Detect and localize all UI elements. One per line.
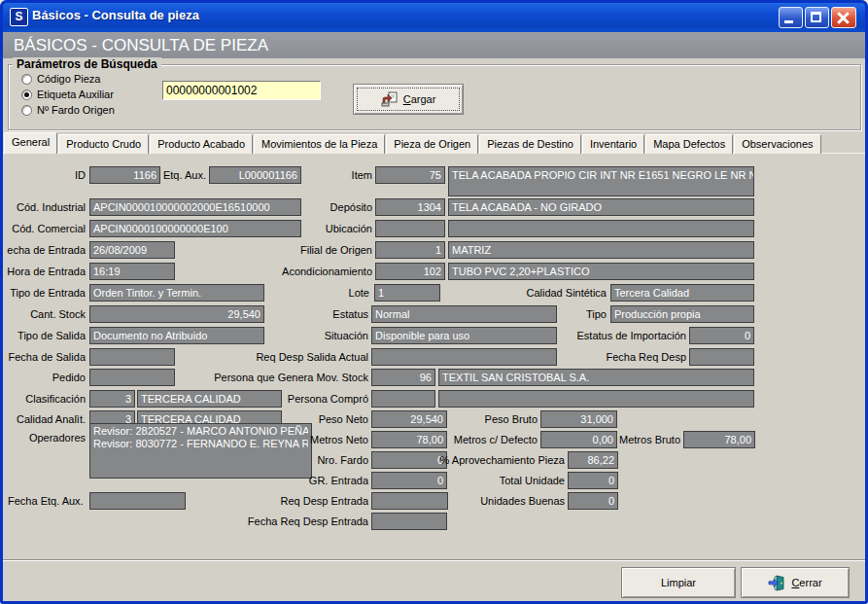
field-label-persona-compro: Persona Compró [243, 391, 368, 407]
field-pedido [89, 369, 175, 386]
minimize-icon [784, 20, 793, 23]
tab-producto-acabado[interactable]: Producto Acabado [150, 134, 253, 154]
field-tipo-salida: Documento no Atribuido [89, 327, 264, 344]
field-label-ubicacion: Ubicación [233, 221, 372, 236]
field-filial-origen-desc: MATRIZ [448, 241, 754, 259]
maximize-icon [811, 12, 821, 22]
field-label-cod-comercial: Cód. Comercial [0, 221, 86, 236]
search-input[interactable]: 00000000001002 [162, 81, 321, 100]
field-label-cant-stock: Cant. Stock [0, 306, 86, 322]
tab-movimientos-pieza[interactable]: Movimientos de la Pieza [254, 134, 385, 154]
field-label-fecha-entrada: echa de Entrada [0, 242, 86, 258]
field-label-deposito: Depósito [233, 199, 372, 215]
tab-mapa-defectos[interactable]: Mapa Defectos [645, 134, 733, 154]
field-label-req-desp-salida: Req Desp Salida Actual [243, 349, 368, 365]
field-label-metros-neto: Metros Neto [243, 432, 368, 447]
field-label-gr-entrada: GR. Entrada [243, 473, 368, 488]
field-id: 1166 [89, 166, 160, 184]
tab-inventario[interactable]: Inventario [582, 134, 644, 154]
field-label-pedido: Pedido [0, 370, 86, 385]
field-lote: 1 [374, 284, 440, 302]
cargar-label: Cargar [403, 93, 436, 105]
field-ubicacion-desc [448, 220, 754, 237]
field-tipo-entrada: Orden Tintor. y Termin. [89, 284, 264, 302]
field-req-desp-salida [371, 348, 557, 366]
radio-fardo-origen-label: Nº Fardo Origen [37, 104, 115, 116]
field-label-calidad-analit: Calidad Analìt. [0, 411, 86, 427]
minimize-button[interactable] [779, 7, 803, 28]
tab-producto-crudo[interactable]: Producto Crudo [58, 134, 149, 154]
radio-codigo-pieza[interactable]: Código Pieza [21, 73, 100, 87]
limpiar-label: Limpiar [661, 577, 696, 588]
tab-general[interactable]: General [4, 132, 57, 154]
field-item: 75 [375, 166, 445, 184]
radio-etiqueta-auxiliar-label: Etiqueta Auxiliar [37, 89, 114, 100]
search-parameters-title: Parámetros de Búsqueda [13, 57, 161, 71]
field-label-estatus: Estatus [243, 306, 368, 322]
field-label-operadores: Operadores [0, 430, 86, 445]
application-window: S Básicos - Consulta de pieza BÁSICOS - … [0, 0, 868, 604]
field-item-desc: TELA ACABADA PROPIO CIR INT NR E1651 NEG… [448, 166, 754, 196]
tab-strip: General Producto Crudo Producto Acabado … [4, 133, 822, 154]
field-fecha-etq-aux [89, 492, 186, 510]
field-label-acondicionamiento: Acondicionamiento [233, 264, 372, 279]
field-label-aprovechamiento: % Aprovechamiento Pieza [428, 452, 565, 468]
field-label-estatus-importacion: Estatus de Importación [544, 328, 686, 343]
field-label-hora-entrada: Hora de Entrada [0, 264, 86, 279]
field-label-clasificacion: Clasificación [0, 391, 86, 407]
cerrar-button[interactable]: Cerrar [741, 567, 850, 598]
field-acondicionamiento-desc: TUBO PVC 2,20+PLASTICO [448, 263, 754, 280]
field-aprovechamiento: 86,22 [568, 451, 618, 469]
radio-fardo-origen[interactable]: Nº Fardo Origen [21, 104, 115, 118]
field-label-tipo-salida: Tipo de Salida [0, 328, 86, 343]
field-estatus-importacion: 0 [689, 327, 754, 344]
field-label-etq-aux: Etq. Aux. [154, 167, 206, 183]
field-ubicacion [375, 220, 445, 237]
field-clasificacion: 3 [89, 390, 135, 408]
tab-pieza-origen[interactable]: Pieza de Origen [386, 134, 478, 154]
field-label-peso-bruto: Peso Bruto [457, 411, 538, 427]
field-label-total-unidade: Total Unidade [442, 473, 565, 488]
limpiar-button[interactable]: Limpiar [621, 567, 736, 598]
field-deposito: 1304 [375, 198, 445, 216]
close-button[interactable] [831, 7, 856, 28]
field-label-fecha-req-desp-entrada: Fecha Req Desp Entrada [243, 514, 368, 529]
field-metros-bruto: 78,00 [683, 431, 755, 448]
field-label-fecha-salida: Fecha de Salida [0, 349, 86, 365]
field-persona-genera: 96 [371, 369, 435, 386]
tab-observaciones[interactable]: Observaciones [734, 134, 820, 154]
radio-fardo-origen-circle[interactable] [21, 105, 32, 116]
field-situacion: Disponible para uso [371, 327, 557, 344]
field-label-fecha-etq-aux: Fecha Etq. Aux. [8, 493, 87, 509]
field-persona-compro [371, 390, 435, 408]
field-acondicionamiento: 102 [375, 263, 445, 280]
field-label-nro-fardo: Nro. Fardo [243, 452, 368, 468]
field-label-req-desp-entrada: Req Desp Entrada [243, 493, 368, 509]
title-bar[interactable]: S Básicos - Consulta de pieza [0, 0, 868, 32]
field-gr-entrada: 0 [371, 472, 447, 489]
field-filial-origen: 1 [375, 241, 445, 259]
field-hora-entrada: 16:19 [89, 263, 175, 280]
field-calidad-sintetica: Tercera Calidad [610, 284, 754, 302]
field-unidades-buenas: 0 [568, 492, 618, 510]
exit-door-icon [768, 575, 785, 591]
field-label-persona-genera: Persona que Genera Mov. Stock [214, 370, 368, 385]
radio-etiqueta-auxiliar-circle[interactable] [21, 89, 32, 100]
field-label-fecha-req-desp: Fecha Req Desp [544, 349, 686, 365]
field-label-tipo-entrada: Tipo de Entrada [0, 285, 86, 301]
cargar-button[interactable]: Cargar [353, 84, 464, 115]
radio-etiqueta-auxiliar[interactable]: Etiqueta Auxiliar [21, 89, 114, 102]
field-fecha-entrada: 26/08/2009 [89, 241, 175, 259]
radio-codigo-pieza-circle[interactable] [21, 74, 32, 85]
field-label-cod-industrial: Cód. Industrial [0, 199, 86, 215]
field-metros-neto: 78,00 [371, 431, 447, 448]
load-icon [381, 91, 398, 107]
field-cant-stock: 29,540 [89, 305, 264, 323]
field-tipo: Producción propia [610, 305, 754, 323]
maximize-button[interactable] [805, 7, 829, 28]
field-fecha-req-desp [689, 348, 754, 366]
radio-codigo-pieza-label: Código Pieza [37, 73, 100, 85]
cerrar-label: Cerrar [791, 577, 821, 588]
tab-piezas-destino[interactable]: Piezas de Destino [479, 134, 581, 154]
field-label-id: ID [0, 167, 86, 183]
